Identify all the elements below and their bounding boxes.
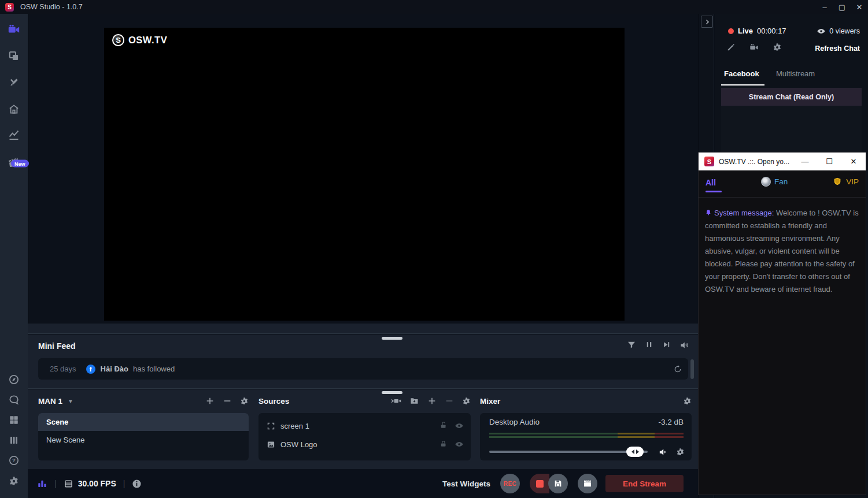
- maximize-button[interactable]: ▢: [833, 0, 851, 14]
- svg-text:?: ?: [12, 457, 16, 463]
- remove-source-icon[interactable]: [445, 396, 454, 406]
- columns-icon[interactable]: [9, 435, 19, 445]
- lock-icon[interactable]: [439, 440, 448, 449]
- vip-badge-icon: [832, 177, 843, 186]
- mini-feed-panel: Mini Feed 25 days f Hải Đào has followed: [28, 335, 699, 389]
- resize-handle[interactable]: [382, 337, 402, 340]
- system-message: System message: Welcome to ! OSW.TV is c…: [705, 207, 860, 296]
- recording-controls: [530, 474, 568, 493]
- popup-divider: [699, 197, 866, 198]
- expand-chat-button[interactable]: [701, 16, 713, 28]
- popup-minimize-button[interactable]: —: [793, 153, 817, 170]
- remove-scene-icon[interactable]: [223, 396, 232, 406]
- volume-meter: [489, 433, 684, 440]
- source-list-item[interactable]: OSW Logo: [258, 435, 471, 454]
- window-title: OSW Studio - 1.0.7: [20, 3, 83, 11]
- visibility-eye-icon[interactable]: [455, 440, 464, 449]
- volume-slider-handle[interactable]: [626, 447, 644, 457]
- visibility-eye-icon[interactable]: [455, 421, 464, 430]
- unlock-icon[interactable]: [439, 421, 448, 430]
- stream-camera-icon[interactable]: [749, 43, 759, 52]
- separator: |: [54, 479, 57, 488]
- clapperboard-icon: [583, 479, 592, 488]
- rec-button[interactable]: REC: [500, 474, 520, 493]
- mini-feed-title: Mini Feed: [38, 341, 76, 351]
- widgets-icon[interactable]: [8, 77, 20, 88]
- stream-settings-gear-icon[interactable]: [773, 43, 782, 52]
- add-folder-icon[interactable]: [409, 396, 419, 406]
- test-widgets-button[interactable]: Test Widgets: [442, 480, 490, 488]
- refresh-chat-button[interactable]: Refresh Chat: [815, 44, 860, 53]
- sources-title: Sources: [258, 397, 289, 406]
- close-button[interactable]: ✕: [851, 0, 868, 14]
- tab-facebook[interactable]: Facebook: [724, 69, 759, 78]
- scene-list-item[interactable]: Scene: [38, 413, 249, 431]
- chevron-down-icon[interactable]: ▼: [68, 398, 73, 404]
- chat-icon[interactable]: [8, 394, 20, 406]
- editor-camera-icon[interactable]: [8, 23, 20, 36]
- stop-icon: [536, 480, 544, 488]
- browse-icon[interactable]: [8, 374, 20, 385]
- add-source-icon[interactable]: [427, 396, 437, 406]
- store-icon[interactable]: [8, 103, 20, 115]
- info-icon[interactable]: [132, 479, 142, 489]
- viewer-count: 0 viewers: [817, 27, 860, 36]
- scene-settings-gear-icon[interactable]: [240, 397, 249, 406]
- viewers-eye-icon: [817, 27, 826, 36]
- scene-list-item[interactable]: New Scene: [38, 431, 249, 449]
- clip-button[interactable]: [578, 474, 597, 493]
- performance-chart-icon[interactable]: [37, 478, 47, 489]
- mute-feed-icon[interactable]: [679, 340, 689, 350]
- end-stream-button[interactable]: End Stream: [605, 475, 684, 492]
- tab-multistream[interactable]: Multistream: [776, 69, 815, 78]
- source-settings-gear-icon[interactable]: [462, 397, 471, 406]
- speaker-icon[interactable]: [658, 447, 668, 457]
- frames-icon: [64, 479, 73, 489]
- channel-settings-gear-icon[interactable]: [676, 448, 685, 456]
- mixer-settings-gear-icon[interactable]: [683, 397, 692, 406]
- popup-close-button[interactable]: ✕: [841, 153, 866, 170]
- save-recording-button[interactable]: [548, 474, 568, 493]
- layout-grid-icon[interactable]: [9, 415, 19, 425]
- osw-logo-icon: S: [112, 34, 124, 46]
- skip-to-end-icon[interactable]: [662, 340, 671, 350]
- feed-event-row[interactable]: 25 days f Hải Đào has followed: [38, 358, 688, 380]
- facebook-icon: f: [86, 365, 95, 374]
- fps-value: 30.00 FPS: [78, 479, 116, 488]
- audio-channel: Desktop Audio -3.2 dB: [480, 413, 692, 460]
- scene-collections-icon[interactable]: [8, 50, 20, 62]
- edit-stream-pencil-icon[interactable]: [726, 43, 736, 52]
- volume-slider[interactable]: [489, 451, 648, 453]
- event-user: Hải Đào: [101, 365, 128, 373]
- title-bar: S OSW Studio - 1.0.7 – ▢ ✕: [0, 0, 868, 14]
- oswtv-chat-window: S OSW.TV .::. Open yo... — ☐ ✕ All Fan V…: [699, 153, 866, 495]
- mini-feed-scrollbar[interactable]: [690, 359, 694, 379]
- image-icon: [267, 440, 275, 449]
- live-indicator-dot: [728, 28, 734, 34]
- replay-icon[interactable]: [673, 365, 682, 374]
- popup-tab-all[interactable]: All: [706, 178, 716, 187]
- stop-recording-button[interactable]: [530, 474, 549, 493]
- save-icon: [553, 479, 563, 488]
- minimize-button[interactable]: –: [816, 0, 833, 14]
- preview-canvas[interactable]: S OSW.TV: [104, 28, 625, 321]
- filter-icon[interactable]: [627, 340, 636, 350]
- help-icon[interactable]: ?: [9, 455, 20, 466]
- scene-collection-name[interactable]: MAN 1: [38, 397, 62, 406]
- add-scene-icon[interactable]: [205, 396, 215, 406]
- popup-tab-vip[interactable]: VIP: [832, 177, 859, 186]
- popup-tab-fan[interactable]: Fan: [761, 177, 788, 187]
- watermark-text: OSW.TV: [128, 35, 167, 46]
- pause-icon[interactable]: [645, 340, 653, 350]
- source-list-item[interactable]: screen 1: [258, 417, 471, 435]
- popup-maximize-button[interactable]: ☐: [817, 153, 841, 170]
- active-tab-underline: [721, 84, 764, 86]
- scenes-panel: MAN 1 ▼ Scene New Scene: [38, 389, 249, 469]
- dashboard-icon[interactable]: [8, 129, 20, 141]
- event-age: 25 days: [50, 365, 76, 373]
- settings-gear-icon[interactable]: [9, 476, 19, 486]
- channel-name: Desktop Audio: [489, 418, 540, 426]
- separator: |: [123, 479, 125, 488]
- audio-camera-icon[interactable]: [390, 396, 401, 406]
- scene-list: Scene New Scene: [38, 413, 249, 460]
